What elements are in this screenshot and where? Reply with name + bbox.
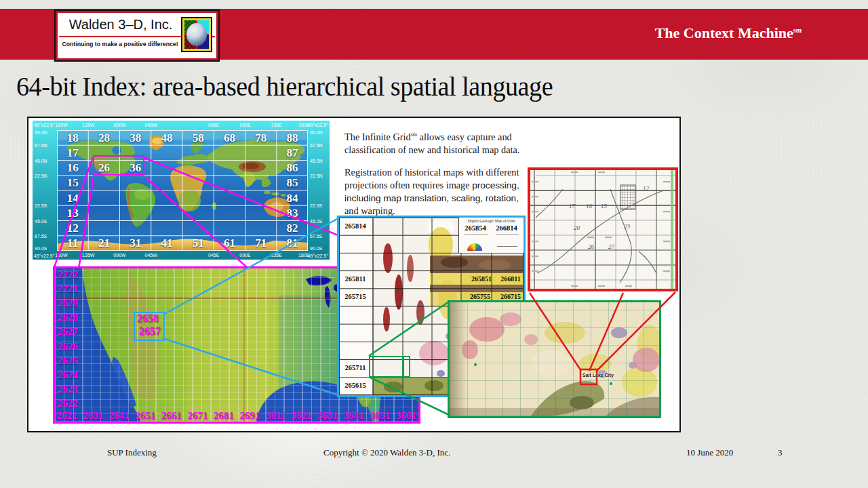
utah-row-label: 265711 bbox=[340, 364, 370, 371]
us-row-label: 2623 bbox=[58, 384, 78, 394]
lat-label: 45.0N bbox=[35, 158, 47, 163]
world-grid-cell: 84 bbox=[277, 190, 308, 205]
world-grid-cell bbox=[245, 145, 277, 160]
world-grid-cell bbox=[151, 205, 182, 220]
utah-row-label: 265615 bbox=[340, 382, 370, 389]
us-row-label: 2629 bbox=[58, 298, 78, 308]
world-map: 1828384858687888178716263686158514841383… bbox=[33, 121, 330, 260]
utah-panel-number: 265854 bbox=[460, 224, 490, 232]
walden-emblem-icon bbox=[181, 17, 212, 52]
world-grid-cell bbox=[120, 205, 151, 220]
historical-geologic-map bbox=[448, 300, 661, 418]
lat-label: 22.5N bbox=[35, 173, 47, 178]
world-grid: 1828384858687888178716263686158514841383… bbox=[57, 130, 308, 251]
world-grid-cell bbox=[88, 205, 119, 220]
world-grid-cell bbox=[182, 161, 214, 176]
us-row-label: 2627 bbox=[58, 327, 78, 337]
survey-map-image bbox=[530, 170, 675, 289]
world-corner-label: 45°x22.5° bbox=[34, 253, 55, 258]
paragraph-1: The Infinite Gridsm allows easy capture … bbox=[344, 131, 534, 157]
globe-icon bbox=[186, 23, 207, 46]
lat-label: 90.0S bbox=[35, 246, 47, 251]
utah-highlight-rect bbox=[369, 356, 410, 378]
world-grid-cell: 18 bbox=[57, 130, 88, 145]
world-grid-cell bbox=[245, 190, 277, 205]
panel-fine-print bbox=[465, 234, 488, 235]
world-grid-cell bbox=[182, 205, 214, 220]
footer-page-number: 3 bbox=[778, 447, 783, 458]
walden-logo: Walden 3–D, Inc. Continuing to make a po… bbox=[54, 9, 220, 62]
world-grid-cell bbox=[151, 145, 182, 160]
us-col-label: 2661 bbox=[161, 411, 182, 421]
lat-label: 67.5N bbox=[310, 143, 323, 148]
lon-label: 090W bbox=[113, 253, 125, 258]
historical-map-graticule bbox=[450, 302, 659, 416]
survey-section-number: 17 bbox=[569, 203, 575, 209]
world-grid-cell bbox=[214, 161, 245, 176]
lon-label: 045E bbox=[208, 123, 219, 127]
world-grid-cell: 71 bbox=[245, 236, 277, 251]
us-row-label: 2628 bbox=[58, 312, 78, 323]
us-col-label: 3611 bbox=[266, 411, 285, 421]
survey-section-number: 26 bbox=[588, 243, 594, 250]
world-grid-cell bbox=[214, 145, 245, 160]
world-highlight-rect bbox=[93, 155, 144, 176]
world-grid-cell bbox=[120, 221, 151, 236]
footer-date: 10 June 2020 bbox=[686, 447, 733, 458]
utah-map-title: Digital Geologic Map of Utah bbox=[460, 219, 522, 223]
page-title: 64-bit Index: area-based hierarchical sp… bbox=[16, 70, 553, 102]
lat-label: 45.0S bbox=[35, 218, 47, 223]
lat-label: 22.5N bbox=[310, 173, 323, 178]
utah-row-label: 265814 bbox=[340, 222, 370, 230]
us-row-label: 2722 bbox=[58, 270, 78, 280]
utah-row-label: 265811 bbox=[340, 275, 370, 283]
lon-label: 045W bbox=[145, 123, 157, 127]
world-grid-cell bbox=[245, 221, 277, 236]
world-grid-cell bbox=[88, 221, 119, 236]
lon-label: 090E bbox=[239, 123, 250, 127]
description-text: The Infinite Gridsm allows easy capture … bbox=[344, 131, 534, 227]
world-grid-cell bbox=[151, 221, 182, 236]
world-grid-cell bbox=[214, 221, 245, 236]
utah-cell-number: 266811 bbox=[494, 275, 527, 283]
lon-label: 135W bbox=[82, 123, 94, 127]
world-grid-cell bbox=[182, 176, 214, 190]
world-grid-cell bbox=[120, 190, 151, 205]
world-grid-cell: 85 bbox=[277, 176, 308, 190]
world-grid-cell: 48 bbox=[151, 130, 182, 145]
world-grid-cell: 41 bbox=[151, 236, 182, 251]
p1-text: The Infinite Grid bbox=[344, 131, 411, 142]
lon-label: 180W bbox=[55, 253, 67, 258]
world-grid-cell: 13 bbox=[57, 205, 88, 220]
world-grid-cell bbox=[245, 205, 277, 220]
panel-fine-print bbox=[496, 234, 519, 235]
utah-cell-number: 265755 bbox=[464, 293, 496, 300]
world-grid-cell: 83 bbox=[277, 205, 308, 220]
world-grid-cell bbox=[214, 176, 245, 190]
salt-lake-city-label: Salt Lake City bbox=[583, 373, 614, 378]
us-col-label: 2671 bbox=[188, 411, 208, 421]
us-row-label: 2624 bbox=[58, 370, 78, 380]
world-grid-cell: 21 bbox=[88, 236, 119, 251]
lat-label: 90.0N bbox=[35, 130, 47, 135]
survey-section-number: 27 bbox=[608, 243, 614, 250]
world-grid-cell: 87 bbox=[277, 145, 308, 160]
world-grid-cell: 28 bbox=[88, 130, 119, 145]
lat-label: 45.0S bbox=[310, 218, 322, 223]
survey-section-number: 16 bbox=[586, 203, 592, 209]
brand-servicemark: sm bbox=[793, 26, 802, 34]
world-grid-cell bbox=[88, 176, 119, 190]
panel-fine-print bbox=[497, 246, 517, 247]
lon-label: 090E bbox=[239, 253, 250, 258]
world-grid-cell bbox=[245, 161, 277, 176]
utah-cell-number: 265851 bbox=[465, 275, 498, 283]
lon-label: 135E bbox=[271, 253, 282, 258]
lat-label: 45.0N bbox=[310, 158, 323, 163]
footer-copyright: Copyright © 2020 Walden 3-D, Inc. bbox=[323, 447, 450, 458]
world-grid-cell: 12 bbox=[57, 221, 88, 236]
world-corner-label: 45°x22.5° bbox=[307, 253, 328, 258]
lat-label: 67.5S bbox=[35, 233, 47, 238]
brand-label: The Context Machine bbox=[655, 24, 793, 41]
world-grid-cell bbox=[182, 190, 214, 205]
us-row-label: 2622 bbox=[58, 399, 78, 409]
